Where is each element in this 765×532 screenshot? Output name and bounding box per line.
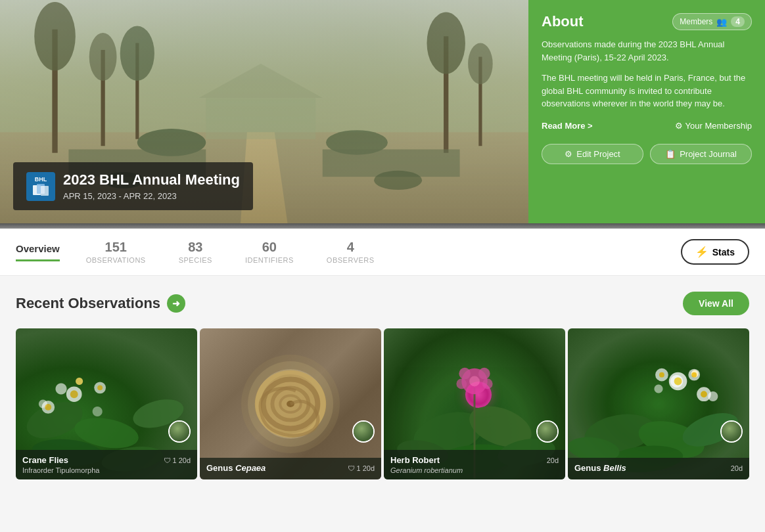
about-description-2: The BHL meeting will be held in Paris, F…	[542, 72, 752, 110]
observation-card-2[interactable]: Genus Cepaea 🛡 1 20d	[200, 328, 381, 479]
svg-point-59	[691, 372, 697, 378]
svg-point-3	[34, 2, 76, 70]
species-label: SPECIES	[179, 256, 212, 264]
identifiers-stat[interactable]: 60 IDENTIFIERS	[245, 240, 294, 264]
hero-title-text: 2023 BHL Annual Meeting APR 15, 2023 - A…	[63, 171, 240, 201]
bhl-logo-image	[32, 183, 49, 196]
obs-meta-2: Genus Cepaea 🛡 1 20d	[206, 463, 375, 473]
svg-point-46	[482, 379, 493, 389]
members-badge[interactable]: Members 👥 4	[672, 13, 752, 30]
about-title: About	[542, 13, 584, 30]
members-count: 4	[731, 16, 745, 27]
gear-icon-small: ⚙	[565, 149, 572, 159]
obs-subtitle-1: Infraorder Tipulomorpha	[22, 466, 191, 474]
bhl-logo: BHL	[26, 172, 55, 201]
hero-separator	[0, 223, 765, 229]
observers-stat[interactable]: 4 OBSERVERS	[327, 240, 375, 264]
id-icon-2: 🛡	[348, 464, 355, 472]
stats-button[interactable]: ⚡ Stats	[681, 239, 749, 265]
observations-grid: Crane Flies 🛡 1 20d Infraorder Tipulomor…	[16, 328, 749, 479]
obs-name-1: Crane Flies	[22, 455, 68, 465]
observer-avatar-4	[720, 420, 743, 443]
obs-badge-4: 20d	[731, 464, 743, 472]
observations-count: 151	[86, 240, 146, 255]
obs-subtitle-3: Geranium robertianum	[390, 466, 559, 474]
about-description-1: Observations made during the 2023 BHL An…	[542, 38, 752, 64]
svg-rect-12	[206, 98, 315, 139]
lightning-icon: ⚡	[695, 246, 708, 258]
obs-meta-4: Genus Bellis 20d	[574, 463, 743, 473]
svg-point-7	[120, 26, 154, 81]
svg-point-27	[45, 404, 51, 410]
observations-stat[interactable]: 151 OBSERVATIONS	[86, 240, 146, 264]
obs-name-4: Genus Bellis	[574, 463, 626, 473]
svg-point-44	[478, 368, 490, 380]
overview-tab[interactable]: Overview	[16, 243, 60, 261]
observer-avatar-3	[536, 420, 559, 443]
project-dates: APR 15, 2023 - APR 22, 2023	[63, 191, 240, 201]
svg-point-53	[674, 378, 682, 386]
obs-badge-2: 🛡 1 20d	[348, 464, 375, 472]
about-links: Read More > ⚙ Your Membership	[542, 121, 752, 131]
members-label: Members	[680, 17, 712, 26]
obs-badge-3: 20d	[547, 456, 559, 464]
read-more-link[interactable]: Read More >	[542, 121, 593, 131]
svg-point-18	[374, 171, 422, 190]
identifiers-label: IDENTIFIERS	[245, 256, 294, 264]
stats-bar: Overview 151 OBSERVATIONS 83 SPECIES 60 …	[0, 229, 765, 276]
hero-image: BHL 2023 BHL Annual Meeting APR 15, 2023…	[0, 0, 528, 223]
obs-info-1: Crane Flies 🛡 1 20d Infraorder Tipulomor…	[16, 450, 197, 479]
obs-name-3: Herb Robert	[390, 455, 440, 465]
recent-section: Recent Observations ➜ View All	[0, 276, 765, 495]
view-all-button[interactable]: View All	[683, 292, 749, 315]
edit-project-button[interactable]: ⚙ Edit Project	[542, 144, 643, 164]
observation-card-1[interactable]: Crane Flies 🛡 1 20d Infraorder Tipulomor…	[16, 328, 197, 479]
obs-info-2: Genus Cepaea 🛡 1 20d	[200, 458, 381, 479]
about-header: About Members 👥 4	[542, 13, 752, 30]
species-stat[interactable]: 83 SPECIES	[179, 240, 212, 264]
identifiers-count: 60	[245, 240, 294, 255]
observations-label: OBSERVATIONS	[86, 256, 146, 264]
observer-avatar-1	[168, 420, 191, 443]
recent-title: Recent Observations	[16, 295, 160, 312]
hero-section: BHL 2023 BHL Annual Meeting APR 15, 2023…	[0, 0, 765, 223]
about-panel: About Members 👥 4 Observations made duri…	[528, 0, 765, 223]
svg-point-25	[70, 390, 78, 398]
recent-observations-arrow[interactable]: ➜	[167, 294, 185, 313]
obs-meta-1: Crane Flies 🛡 1 20d	[22, 455, 191, 465]
about-actions: ⚙ Edit Project 📋 Project Journal	[542, 144, 752, 164]
species-count: 83	[179, 240, 212, 255]
svg-point-5	[89, 33, 117, 81]
svg-point-55	[701, 391, 707, 397]
svg-point-42	[469, 376, 480, 387]
observation-card-3[interactable]: Herb Robert 20d Geranium robertianum	[384, 328, 565, 479]
obs-info-3: Herb Robert 20d Geranium robertianum	[384, 450, 565, 479]
obs-badge-1: 🛡 1 20d	[164, 456, 191, 464]
svg-point-9	[427, 12, 465, 74]
recent-title-group: Recent Observations ➜	[16, 294, 185, 313]
observer-avatar-2	[352, 420, 375, 443]
id-icon-1: 🛡	[164, 456, 171, 464]
recent-header: Recent Observations ➜ View All	[16, 292, 749, 315]
svg-point-43	[459, 368, 471, 380]
project-title-box: BHL 2023 BHL Annual Meeting APR 15, 2023…	[13, 162, 253, 210]
journal-icon: 📋	[665, 149, 676, 159]
svg-point-45	[456, 379, 467, 389]
svg-point-29	[97, 385, 103, 390]
svg-point-19	[22, 395, 87, 445]
observation-card-4[interactable]: Genus Bellis 20d	[568, 328, 749, 479]
gear-icon: ⚙	[675, 121, 683, 131]
your-membership-link[interactable]: ⚙ Your Membership	[675, 121, 752, 131]
project-title: 2023 BHL Annual Meeting	[63, 171, 240, 188]
obs-info-4: Genus Bellis 20d	[568, 458, 749, 479]
observers-count: 4	[327, 240, 375, 255]
project-journal-button[interactable]: 📋 Project Journal	[650, 144, 752, 164]
obs-meta-3: Herb Robert 20d	[390, 455, 559, 465]
svg-point-11	[468, 43, 493, 85]
observers-label: OBSERVERS	[327, 256, 375, 264]
obs-name-2: Genus Cepaea	[206, 463, 266, 473]
svg-point-57	[659, 372, 664, 378]
